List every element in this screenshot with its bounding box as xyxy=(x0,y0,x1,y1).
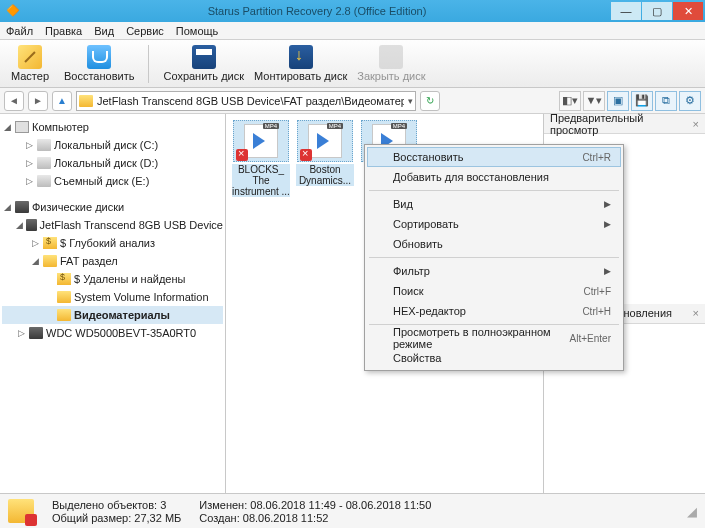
pc-icon xyxy=(15,121,29,133)
panel-btn-3[interactable]: ⧉ xyxy=(655,91,677,111)
statusbar: Выделено объектов: 3 Общий размер: 27,32… xyxy=(0,494,705,528)
mount-disk-button[interactable]: Монтировать диск xyxy=(254,42,347,86)
submenu-arrow-icon: ▶ xyxy=(604,199,611,209)
save-icon xyxy=(192,45,216,69)
drive-icon xyxy=(37,175,51,187)
resize-grip-icon[interactable]: ◢ xyxy=(687,504,697,519)
menu-help[interactable]: Помощь xyxy=(176,25,219,37)
mount-icon xyxy=(289,45,313,69)
tree-local-d[interactable]: ▷Локальный диск (D:) xyxy=(2,154,223,172)
ctx-properties: Свойства xyxy=(367,348,621,368)
app-icon: 🔶 xyxy=(6,4,20,18)
recover-icon xyxy=(87,45,111,69)
toolbar: Мастер Восстановить Сохранить диск Монти… xyxy=(0,40,705,88)
tree-svi[interactable]: System Volume Information xyxy=(2,288,223,306)
view-dropdown[interactable]: ◧▾ xyxy=(559,91,581,111)
content-panel[interactable]: BLOCKS_ The instrument ... Boston Dynami… xyxy=(226,114,543,493)
refresh-button[interactable]: ↻ xyxy=(420,91,440,111)
tree-video[interactable]: Видеоматериалы xyxy=(2,306,223,324)
folder-icon xyxy=(57,309,71,321)
up-button[interactable]: ▲ xyxy=(52,91,72,111)
menu-view[interactable]: Вид xyxy=(94,25,114,37)
menu-file[interactable]: Файл xyxy=(6,25,33,37)
back-button[interactable]: ◄ xyxy=(4,91,24,111)
separator xyxy=(369,190,619,191)
status-modified: Изменен: 08.06.2018 11:49 - 08.06.2018 1… xyxy=(199,499,431,511)
menu-service[interactable]: Сервис xyxy=(126,25,164,37)
wizard-button[interactable]: Мастер xyxy=(6,42,54,86)
tree-panel[interactable]: ◢Компьютер ▷Локальный диск (C:) ▷Локальн… xyxy=(0,114,226,493)
status-created: Создан: 08.06.2018 11:52 xyxy=(199,512,431,524)
tree-local-c[interactable]: ▷Локальный диск (C:) xyxy=(2,136,223,154)
panel-btn-2[interactable]: 💾 xyxy=(631,91,653,111)
address-bar[interactable]: ▾ xyxy=(76,91,416,111)
address-input[interactable] xyxy=(97,95,404,107)
submenu-arrow-icon: ▶ xyxy=(604,266,611,276)
tree-wdc[interactable]: ▷WDC WD5000BEVT-35A0RT0 xyxy=(2,324,223,342)
tree-deep[interactable]: ▷$ Глубокий анализ xyxy=(2,234,223,252)
deleted-badge-icon xyxy=(236,149,248,161)
window-title: Starus Partition Recovery 2.8 (Office Ed… xyxy=(24,5,610,17)
mp4-icon xyxy=(244,124,278,158)
minimize-button[interactable]: — xyxy=(611,2,641,20)
status-selected: Выделено объектов: 3 xyxy=(52,499,181,511)
folder-icon xyxy=(57,291,71,303)
status-folder-icon xyxy=(8,499,34,523)
ctx-filter[interactable]: Фильтр▶ xyxy=(367,261,621,281)
context-menu: ВосстановитьCtrl+R Добавить для восстано… xyxy=(364,144,624,371)
tree-fat[interactable]: ◢FAT раздел xyxy=(2,252,223,270)
separator xyxy=(369,257,619,258)
unmount-disk-button: Закрыть диск xyxy=(357,42,425,86)
address-dropdown-icon[interactable]: ▾ xyxy=(408,96,413,106)
separator xyxy=(148,45,149,83)
menubar: Файл Правка Вид Сервис Помощь xyxy=(0,22,705,40)
ctx-add-for-recovery[interactable]: Добавить для восстановления xyxy=(367,167,621,187)
settings-button[interactable]: ⚙ xyxy=(679,91,701,111)
unmount-icon xyxy=(379,45,403,69)
panel-btn-1[interactable]: ▣ xyxy=(607,91,629,111)
close-panel-icon[interactable]: × xyxy=(693,307,699,319)
preview-panel-header: Предварительный просмотр× xyxy=(544,114,705,134)
ctx-view[interactable]: Вид▶ xyxy=(367,194,621,214)
titlebar: 🔶 Starus Partition Recovery 2.8 (Office … xyxy=(0,0,705,22)
filter-dropdown[interactable]: ▼▾ xyxy=(583,91,605,111)
submenu-arrow-icon: ▶ xyxy=(604,219,611,229)
navbar: ◄ ► ▲ ▾ ↻ ◧▾ ▼▾ ▣ 💾 ⧉ ⚙ xyxy=(0,88,705,114)
tree-delfound[interactable]: $ Удалены и найдены xyxy=(2,270,223,288)
maximize-button[interactable]: ▢ xyxy=(642,2,672,20)
hdd-icon xyxy=(15,201,29,213)
file-item-2[interactable]: Boston Dynamics... xyxy=(296,120,354,197)
ctx-refresh[interactable]: Обновить xyxy=(367,234,621,254)
ctx-hex: HEX-редакторCtrl+H xyxy=(367,301,621,321)
save-disk-button[interactable]: Сохранить диск xyxy=(163,42,244,86)
tree-computer[interactable]: ◢Компьютер xyxy=(2,118,223,136)
tree-rem-e[interactable]: ▷Съемный диск (E:) xyxy=(2,172,223,190)
ctx-recover[interactable]: ВосстановитьCtrl+R xyxy=(367,147,621,167)
folder-icon xyxy=(43,255,57,267)
recover-button[interactable]: Восстановить xyxy=(64,42,134,86)
status-size: Общий размер: 27,32 МБ xyxy=(52,512,181,524)
close-button[interactable]: ✕ xyxy=(673,2,703,20)
tree-physical[interactable]: ◢Физические диски xyxy=(2,198,223,216)
wizard-icon xyxy=(18,45,42,69)
deleted-badge-icon xyxy=(300,149,312,161)
ctx-search[interactable]: ПоискCtrl+F xyxy=(367,281,621,301)
ctx-sort[interactable]: Сортировать▶ xyxy=(367,214,621,234)
main-area: ◢Компьютер ▷Локальный диск (C:) ▷Локальн… xyxy=(0,114,705,494)
hdd-icon xyxy=(26,219,36,231)
mp4-icon xyxy=(308,124,342,158)
analysis-icon xyxy=(43,237,57,249)
deleted-icon xyxy=(57,273,71,285)
close-panel-icon[interactable]: × xyxy=(693,118,699,130)
hdd-icon xyxy=(29,327,43,339)
drive-icon xyxy=(37,157,51,169)
ctx-fullscreen[interactable]: Просмотреть в полноэкранном режимеAlt+En… xyxy=(367,328,621,348)
file-item-1[interactable]: BLOCKS_ The instrument ... xyxy=(232,120,290,197)
separator xyxy=(369,324,619,325)
menu-edit[interactable]: Правка xyxy=(45,25,82,37)
tree-usb[interactable]: ◢JetFlash Transcend 8GB USB Device xyxy=(2,216,223,234)
drive-icon xyxy=(37,139,51,151)
folder-icon xyxy=(79,95,93,107)
forward-button[interactable]: ► xyxy=(28,91,48,111)
